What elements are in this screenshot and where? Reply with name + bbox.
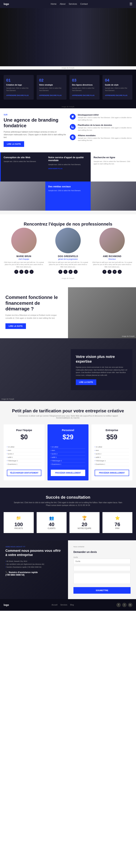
financing-right: Image de Freepik	[68, 287, 136, 338]
team-member-2: DOG GREENFELD gérant de la progression C…	[48, 228, 88, 274]
nav-link-services[interactable]: Services	[69, 3, 77, 5]
service-card-call-link[interactable]: DEMANDER PLUS	[48, 168, 88, 169]
stat-equipe: 🏆 20 NOTRE ÉQUIPE	[70, 512, 99, 533]
branding-service-2: Planification de la taxes de données Sam…	[70, 124, 132, 131]
vision-cta-button[interactable]: LIRE LA SUITE	[76, 379, 96, 385]
service-card-call: Notre service d'appel de qualité mondial…	[45, 152, 91, 182]
hamburger-menu-icon[interactable]: ☰	[130, 2, 132, 6]
vision-section: Votre vision plus notre expertise Egesta…	[0, 338, 136, 401]
twitter-icon-1[interactable]: t	[19, 270, 24, 274]
financing-img-credit: Image de Freepik	[122, 335, 135, 337]
feature-item: Télécharger 2	[51, 459, 85, 463]
branding-service-3: Affaires mondiales Sample text. Click to…	[70, 134, 132, 142]
team-socials-3: f t in ♫	[92, 270, 132, 274]
twitter-icon-3[interactable]: t	[107, 270, 111, 274]
music-icon-3[interactable]: ♫	[118, 270, 122, 274]
linkedin-icon-1[interactable]: in	[25, 270, 29, 274]
plan-btn-team[interactable]: Télécharger gratuitement	[7, 470, 41, 476]
form-input-email[interactable]	[74, 566, 131, 571]
facebook-icon-3[interactable]: f	[102, 270, 106, 274]
plan-period-entreprise	[95, 440, 129, 442]
step-number-1: 01	[6, 78, 31, 83]
financing-left: Comment fonctionne le financement de dém…	[0, 287, 68, 338]
step-number-2: 02	[39, 78, 64, 83]
service-card-search: Recherche en ligne Sample text. Click to…	[91, 152, 136, 182]
linkedin-icon-3[interactable]: in	[112, 270, 117, 274]
stat-number-clients: 40	[39, 522, 64, 527]
footer-link-blog[interactable]: Blog	[70, 604, 74, 606]
footer-linkedin-icon[interactable]: in	[128, 603, 132, 607]
feature-item: accès 2	[51, 452, 85, 456]
team-socials-1: f t in ♫	[4, 270, 44, 274]
step-card-3: 03 Des lignes directrices Sample text. C…	[70, 75, 99, 100]
feature-item: 4em	[51, 449, 85, 452]
form-textarea-message[interactable]	[74, 573, 131, 584]
plan-price-personnel: $29	[51, 434, 85, 440]
submit-button[interactable]: SOUMETTRE	[74, 587, 131, 594]
footer-link-services[interactable]: Services	[60, 604, 67, 606]
branding-cta-button[interactable]: LIRE LA SUITE	[4, 141, 24, 147]
stat-label-equipe: NOTRE ÉQUIPE	[72, 527, 97, 529]
branding-text: Pulvinar pellentesque habitant morbi tri…	[4, 130, 66, 139]
financing-cta-button[interactable]: LIRE LA SUITE	[5, 323, 26, 329]
stat-number-prix: 76	[105, 522, 130, 527]
prix-icon: ⭐	[105, 516, 130, 521]
steps-grid: 01 Création de logo Sample text. Click t…	[4, 75, 132, 100]
footer-link-accueil[interactable]: Accueil	[51, 604, 57, 606]
team-member-3: AME RICHMOND Directeur Click here to add…	[92, 228, 132, 274]
facebook-icon-1[interactable]: f	[14, 270, 18, 274]
feature-item: addé 1	[7, 456, 41, 459]
nous-contacter-label: Nous contacter	[74, 546, 85, 548]
contact-phone: 📞 Numéro d'assistance rapide(+99 6864 56…	[5, 571, 62, 576]
feature-item: 15 utilisé	[7, 445, 41, 449]
plan-price-entreprise: $59	[95, 434, 129, 440]
footer-twitter-icon[interactable]: t	[122, 603, 127, 607]
service-image-left	[0, 182, 45, 211]
feature-item: 4em	[7, 449, 41, 452]
service-card-social: Des médias sociaux Sample text. Click to…	[45, 182, 91, 211]
plan-btn-personnel[interactable]: Procéder annuellement	[51, 470, 85, 476]
branding-left: Sur Une agence de branding fondatrice Pu…	[4, 114, 66, 147]
music-icon-1[interactable]: ♫	[30, 270, 34, 274]
linkedin-icon-2[interactable]: in	[69, 270, 73, 274]
contact-form-title: Demander un devis	[74, 551, 131, 553]
team-text-1: Click here to add your own text and edit…	[4, 261, 44, 268]
vision-card: Votre vision plus notre expertise Egesta…	[71, 349, 132, 390]
pricing-subtitle: Commencez à utiliser outil qui comme l'é…	[15, 415, 121, 419]
step-link-2[interactable]: APPRENDRE ENCORE PLUS	[39, 94, 62, 96]
service-title-2: Planification de la taxes de données	[78, 124, 132, 126]
pricing-card-entreprise: Entreprise $59 15 utilisé 4em accès 2 ad…	[91, 424, 132, 480]
nav-link-contact[interactable]: Contact	[80, 3, 88, 5]
form-input-name[interactable]	[74, 559, 131, 564]
vision-title: Votre vision plus notre expertise	[76, 354, 127, 364]
nav-link-about[interactable]: About	[60, 3, 65, 5]
twitter-icon-2[interactable]: t	[63, 270, 67, 274]
facebook-icon-2[interactable]: f	[58, 270, 62, 274]
nav-link-home[interactable]: Home	[51, 3, 56, 5]
financing-text: Explain text Arcu Bibendum at volutpat a…	[5, 314, 62, 320]
plan-btn-entreprise[interactable]: Procéder annuellement	[95, 470, 129, 476]
step-link-1[interactable]: APPRENDRE ENCORE PLUS	[6, 94, 29, 96]
footer-facebook-icon[interactable]: f	[117, 603, 121, 607]
team-title: Rencontrez l'équipe de nos professionnel…	[4, 222, 132, 227]
step-number-4: 04	[105, 78, 130, 83]
team-section: Rencontrez l'équipe de nos professionnel…	[0, 214, 136, 287]
financing-section: Comment fonctionne le financement de dém…	[0, 287, 136, 338]
step-link-3[interactable]: APPRENDRE ENCORE PLUS	[72, 94, 94, 96]
branding-service-1-content: Développement UX/UI Sample text. Click t…	[78, 114, 132, 121]
service-text-2: Sample text. Click to select the Text El…	[78, 127, 132, 131]
step-number-3: 03	[72, 78, 97, 83]
footer-links: Accueil Services Blog	[51, 604, 74, 606]
team-text-2: Click here to add your own text and edit…	[48, 261, 88, 268]
step-text-1: Sample text. Click to select the Text El…	[6, 87, 31, 92]
team-role-1: chef d'equipe	[4, 258, 44, 260]
step-link-4[interactable]: APPRENDRE ENCORE PLUS	[105, 94, 128, 96]
service-card-social-title: Des médias sociaux	[48, 185, 88, 188]
pricing-card-team: Pour l'équipe $0 15 utilisé 4em accès 2 …	[4, 424, 45, 480]
branding-right: Développement UX/UI Sample text. Click t…	[70, 114, 132, 145]
team-photo-3	[99, 228, 125, 253]
music-icon-2[interactable]: ♫	[74, 270, 78, 274]
phone-text: Numéro d'assistance rapide(+99 6864 5698…	[5, 571, 38, 576]
stat-label-prix: PRIX	[105, 527, 130, 529]
equipe-icon: 🏆	[72, 516, 97, 521]
